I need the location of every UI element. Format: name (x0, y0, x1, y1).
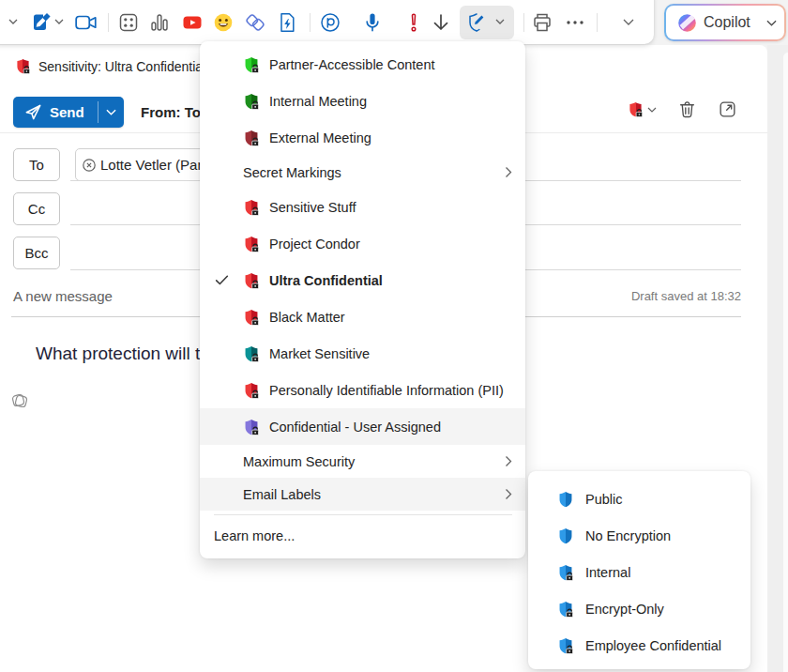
dictate-icon[interactable] (360, 10, 385, 35)
sensitivity-banner-text: Sensitivity: Ultra Confidential (38, 59, 205, 74)
toolbar-separator (523, 13, 524, 32)
sensitivity-shield-icon (557, 491, 574, 508)
menu-item[interactable]: Ultra Confidential (200, 262, 525, 298)
sensitivity-shield-icon (243, 382, 260, 399)
email-labels-submenu: Public No Encryption Internal (528, 471, 750, 669)
menu-item[interactable]: Partner-Accessible Content (200, 46, 525, 83)
menu-item-label: External Meeting (269, 130, 512, 145)
submenu-item[interactable]: No Encryption (528, 517, 750, 554)
menu-item-label: Internal Meeting (269, 94, 512, 109)
cc-button[interactable]: Cc (13, 192, 60, 225)
menu-item[interactable]: Confidential - User Assigned (200, 408, 525, 445)
check-slot (214, 272, 243, 288)
menu-item-label: Email Labels (243, 487, 505, 502)
sensitivity-icon[interactable] (464, 10, 489, 35)
menu-item-label: Market Sensitive (269, 346, 512, 361)
menu-item-label: Secret Markings (243, 165, 505, 180)
youtube-icon[interactable] (180, 10, 205, 35)
more-options-icon[interactable] (563, 10, 587, 35)
menu-item-label: Black Matter (269, 310, 512, 325)
loop-component-icon[interactable] (318, 10, 342, 35)
email-labels-submenu-list: Public No Encryption Internal (528, 481, 750, 664)
menu-item[interactable]: External Meeting (200, 119, 525, 156)
quick-doc-icon[interactable] (275, 10, 299, 35)
remove-recipient-icon[interactable] (82, 158, 97, 173)
copilot-button[interactable]: Copilot (664, 4, 786, 41)
print-icon[interactable] (530, 10, 554, 35)
sensitivity-shield-icon (243, 199, 260, 216)
subject-input[interactable]: A new message (13, 288, 113, 304)
copilot-logo-icon (677, 13, 697, 33)
loop-icon[interactable] (243, 10, 267, 35)
menu-item[interactable]: Internal Meeting (200, 83, 525, 119)
toolbar-separator (310, 13, 311, 32)
sensitivity-quick-dropdown[interactable] (628, 101, 657, 117)
discard-trash-icon[interactable] (677, 99, 697, 119)
sensitivity-shield-icon (243, 345, 260, 362)
menu-item[interactable]: Personally Identifiable Information (PII… (200, 372, 525, 408)
sensitivity-shield-icon (243, 130, 260, 146)
menu-item-label: Ultra Confidential (269, 273, 512, 288)
chevron-down-icon[interactable] (8, 19, 18, 24)
sensitivity-menu-list: Partner-Accessible Content Internal Meet… (200, 46, 525, 511)
menu-separator (214, 514, 512, 515)
menu-item-label: Sensitive Stuff (269, 200, 512, 215)
low-importance-icon[interactable] (429, 10, 453, 35)
toolbar-separator (108, 13, 109, 32)
send-options-chevron[interactable] (98, 97, 124, 128)
compose-icon[interactable] (29, 10, 53, 35)
menu-item-label: Partner-Accessible Content (269, 57, 512, 72)
apps-grid-icon[interactable] (116, 10, 141, 35)
copilot-label: Copilot (704, 14, 750, 31)
submenu-item[interactable]: Employee Confidential (528, 627, 750, 664)
submenu-item[interactable]: Encrypt-Only (528, 590, 750, 627)
send-split-button[interactable]: Send (13, 97, 124, 128)
sensitivity-shield-icon (557, 601, 574, 618)
menu-item[interactable]: Secret Markings (200, 156, 525, 189)
emoji-icon[interactable] (211, 10, 235, 35)
submenu-item[interactable]: Public (528, 481, 750, 517)
toolbar-separator (597, 13, 598, 32)
copilot-ghost-icon[interactable] (10, 391, 29, 414)
menu-item[interactable]: Email Labels (200, 478, 525, 511)
sensitivity-shield-icon (628, 101, 644, 117)
submenu-item-label: Employee Confidential (585, 638, 721, 653)
ribbon-collapse-icon[interactable] (623, 19, 634, 25)
chevron-down-icon[interactable] (54, 19, 64, 24)
chevron-down-icon[interactable] (495, 19, 505, 24)
send-button-label: Send (50, 104, 84, 120)
menu-item[interactable]: Black Matter (200, 298, 525, 335)
sensitivity-shield-icon (243, 272, 260, 289)
poll-icon[interactable] (147, 10, 172, 35)
copilot-chevron-icon[interactable] (764, 20, 780, 26)
menu-item[interactable]: Sensitive Stuff (200, 189, 525, 225)
outlook-compose-window: Copilot Sensitivity: Ultra Confidential … (0, 0, 788, 672)
sensitivity-shield-icon (557, 527, 574, 544)
submenu-item[interactable]: Internal (528, 554, 750, 590)
sensitivity-banner[interactable]: Sensitivity: Ultra Confidential (15, 58, 205, 74)
submenu-chevron-icon (505, 488, 512, 500)
submenu-item-label: Internal (585, 565, 630, 580)
menu-item[interactable]: Market Sensitive (200, 335, 525, 372)
bcc-button[interactable]: Bcc (13, 237, 60, 269)
message-body-text[interactable]: What protection will th (36, 344, 210, 364)
sensitivity-menu: Partner-Accessible Content Internal Meet… (200, 41, 525, 558)
sensitivity-shield-icon (243, 309, 260, 326)
submenu-chevron-icon (505, 455, 512, 467)
menu-item-learn-more[interactable]: Learn more... (200, 519, 525, 553)
menu-item[interactable]: Maximum Security (200, 445, 525, 478)
recipient-chip[interactable]: Lotte Vetler (Paris (75, 148, 206, 181)
to-button[interactable]: To (13, 148, 60, 181)
open-in-new-window-icon[interactable] (718, 99, 737, 119)
sensitivity-shield-icon (557, 637, 574, 654)
menu-item-label: Project Condor (269, 237, 512, 252)
send-button[interactable]: Send (13, 97, 98, 128)
sensitivity-shield-icon (628, 101, 644, 117)
high-importance-icon[interactable] (402, 10, 426, 35)
video-call-icon[interactable] (74, 10, 98, 35)
sensitivity-shield-icon (243, 93, 260, 110)
sensitivity-shield-icon (15, 58, 31, 74)
menu-item[interactable]: Project Condor (200, 225, 525, 262)
submenu-item-label: Public (585, 492, 623, 507)
send-plane-icon (24, 103, 42, 121)
